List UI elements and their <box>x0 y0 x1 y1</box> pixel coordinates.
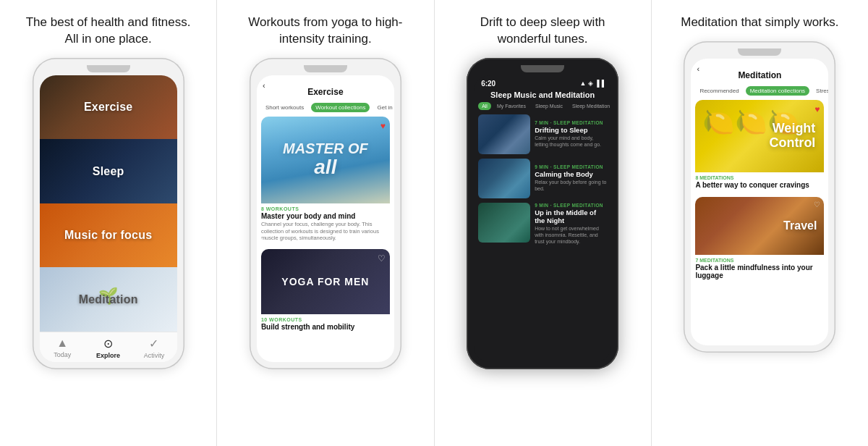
exercise-tabs: Short workouts Workout collections Get i… <box>257 103 394 117</box>
back-button[interactable]: ‹ <box>263 81 265 90</box>
panel-headline-1: The best of health and fitness. All in o… <box>22 14 195 48</box>
nav-activity[interactable]: ✓ Activity <box>131 337 176 359</box>
meditation-cards: 🍋🍋🍋 WeightControl ♥ 8 MEDITATIONS A bett… <box>691 100 828 345</box>
night-title: Up in the Middle of the Night <box>535 209 607 224</box>
tab-workout-collections[interactable]: Workout collections <box>311 103 370 112</box>
meditation-back-button[interactable]: ‹ <box>697 64 699 73</box>
phone-home: Exercise Sleep Music for focus 🌱 Meditat… <box>33 58 184 369</box>
phone-meditation: ‹ Meditation Recommended Meditation coll… <box>684 41 835 353</box>
yoga-card-overlay-text: YOGA FOR MEN <box>281 276 369 287</box>
status-bar: 6:20 ▲ ◈ ▐▐ <box>474 75 611 89</box>
master-card-image: MASTER OFall ♥ <box>261 117 390 203</box>
panel-headline-4: Meditation that simply works. <box>681 14 838 31</box>
meditation-card-travel[interactable]: Travel ♡ 7 MEDITATIONS Pack a little min… <box>695 197 824 282</box>
phone-exercise: ‹ Exercise Short workouts Workout collec… <box>250 58 401 369</box>
yoga-card-tag: 10 WORKOUTS <box>261 317 390 322</box>
calm-tag: 9 MIN · SLEEP MEDITATION <box>535 164 607 169</box>
tab-get-in-shape[interactable]: Get in shape <box>373 103 393 112</box>
category-exercise-label: Exercise <box>84 101 132 114</box>
yoga-card-image: YOGA FOR MEN ♡ <box>261 249 390 314</box>
phone-notch <box>87 65 130 72</box>
bottom-nav: ▲ Today ⊙ Explore ✓ Activity <box>40 332 177 362</box>
sleep-card-calm-info: 9 MIN · SLEEP MEDITATION Calming the Bod… <box>535 159 607 198</box>
meditation-title: Meditation <box>691 64 828 83</box>
tab-short-workouts[interactable]: Short workouts <box>261 103 308 112</box>
home-categories: Exercise Sleep Music for focus 🌱 Meditat… <box>40 75 177 332</box>
category-music[interactable]: Music for focus <box>40 203 177 268</box>
sleep-cards-list: 7 MIN · SLEEP MEDITATION Drifting to Sle… <box>474 114 611 362</box>
sleep-tabs: All My Favorites Sleep Music Sleep Medit… <box>474 102 611 114</box>
sleep-thumb-calm <box>478 159 530 198</box>
phone-notch-2 <box>304 65 347 72</box>
category-meditation-label: Meditation <box>79 293 138 306</box>
yoga-card-title: Build strength and mobility <box>261 323 390 331</box>
category-exercise[interactable]: Exercise <box>40 75 177 140</box>
nav-today[interactable]: ▲ Today <box>40 337 85 359</box>
travel-card-text: Travel <box>783 219 817 232</box>
drift-title: Drifting to Sleep <box>535 126 607 134</box>
activity-icon: ✓ <box>149 337 158 350</box>
panel-headline-3: Drift to deep sleep with wonderful tunes… <box>456 14 629 48</box>
sleep-tab-all[interactable]: All <box>478 102 491 110</box>
explore-icon: ⊙ <box>103 337 113 350</box>
master-card-info: 8 WORKOUTS Master your body and mind Cha… <box>261 203 390 243</box>
tab-recommended[interactable]: Recommended <box>695 86 743 96</box>
nav-explore[interactable]: ⊙ Explore <box>85 337 131 359</box>
status-time: 6:20 <box>481 80 495 88</box>
weight-favorite-icon[interactable]: ♥ <box>814 104 820 114</box>
sleep-tab-favorites[interactable]: My Favorites <box>493 102 529 110</box>
status-icons: ▲ ◈ ▐▐ <box>579 80 604 87</box>
sleep-screen-title: Sleep Music and Meditation <box>474 89 611 102</box>
meditation-screen: ‹ Meditation Recommended Meditation coll… <box>691 59 828 345</box>
category-meditation[interactable]: 🌱 Meditation <box>40 267 177 332</box>
weight-tag: 8 MEDITATIONS <box>695 175 824 180</box>
master-card-tag: 8 WORKOUTS <box>261 206 390 211</box>
sleep-thumb-drift <box>478 114 530 154</box>
phone-screen-exercise: ‹ Exercise Short workouts Workout collec… <box>257 75 394 362</box>
weight-card-text: WeightControl <box>769 122 815 151</box>
weight-title: A better way to conquer cravings <box>695 181 824 189</box>
meditation-card-weight[interactable]: 🍋🍋🍋 WeightControl ♥ 8 MEDITATIONS A bett… <box>695 100 824 191</box>
travel-wishlist-icon[interactable]: ♡ <box>814 201 820 209</box>
master-card-desc: Channel your focus, challenge your body.… <box>261 221 390 242</box>
weight-overlay: WeightControl <box>695 100 824 172</box>
phone-notch-4 <box>738 49 781 56</box>
wishlist-yoga-icon[interactable]: ♡ <box>378 253 386 264</box>
phone-screen-home: Exercise Sleep Music for focus 🌱 Meditat… <box>40 75 177 362</box>
panel-home: The best of health and fitness. All in o… <box>0 0 217 446</box>
tab-stress[interactable]: Stress and anxiet <box>812 86 828 96</box>
calm-title: Calming the Body <box>535 170 607 178</box>
master-card-overlay-text: MASTER OFall <box>283 140 368 179</box>
workout-card-yoga[interactable]: YOGA FOR MEN ♡ 10 WORKOUTS Build strengt… <box>261 249 390 333</box>
phone-screen-sleep: 6:20 ▲ ◈ ▐▐ Sleep Music and Meditation A… <box>474 75 611 362</box>
calm-desc: Relax your body before going to bed. <box>535 179 607 192</box>
sleep-card-calm[interactable]: 9 MIN · SLEEP MEDITATION Calming the Bod… <box>478 159 607 198</box>
category-music-label: Music for focus <box>64 229 152 242</box>
yoga-card-info: 10 WORKOUTS Build strength and mobility <box>261 314 390 333</box>
sleep-card-drift-info: 7 MIN · SLEEP MEDITATION Drifting to Sle… <box>535 114 607 154</box>
home-icon: ▲ <box>56 337 68 350</box>
exercise-title: Exercise <box>257 81 394 100</box>
sleep-tab-meditation[interactable]: Sleep Meditation <box>569 102 611 110</box>
sleep-card-night[interactable]: 9 MIN · SLEEP MEDITATION Up in the Middl… <box>478 203 607 245</box>
category-sleep[interactable]: Sleep <box>40 139 177 203</box>
panel-sleep: Drift to deep sleep with wonderful tunes… <box>435 0 652 446</box>
nav-explore-label: Explore <box>96 352 120 359</box>
tab-meditation-collections[interactable]: Meditation collections <box>746 86 809 96</box>
night-tag: 9 MIN · SLEEP MEDITATION <box>535 203 607 208</box>
phone-sleep: 6:20 ▲ ◈ ▐▐ Sleep Music and Meditation A… <box>467 58 618 369</box>
sleep-card-drift[interactable]: 7 MIN · SLEEP MEDITATION Drifting to Sle… <box>478 114 607 154</box>
travel-card-info: 7 MEDITATIONS Pack a little mindfulness … <box>695 255 824 282</box>
panel-meditation: Meditation that simply works. ‹ Meditati… <box>652 0 868 446</box>
sleep-card-night-info: 9 MIN · SLEEP MEDITATION Up in the Middl… <box>535 203 607 245</box>
travel-tag: 7 MEDITATIONS <box>695 258 824 263</box>
workout-card-master[interactable]: MASTER OFall ♥ 8 WORKOUTS Master your bo… <box>261 117 390 243</box>
master-card-overlay: MASTER OFall <box>261 117 390 203</box>
meditation-tabs: Recommended Meditation collections Stres… <box>691 86 828 100</box>
nav-today-label: Today <box>54 351 71 358</box>
exercise-screen: ‹ Exercise Short workouts Workout collec… <box>257 75 394 362</box>
sleep-tab-music[interactable]: Sleep Music <box>532 102 566 110</box>
panel-headline-2: Workouts from yoga to high-intensity tra… <box>239 14 412 48</box>
favorite-heart-icon[interactable]: ♥ <box>380 121 386 131</box>
weight-card-info: 8 MEDITATIONS A better way to conquer cr… <box>695 172 824 191</box>
